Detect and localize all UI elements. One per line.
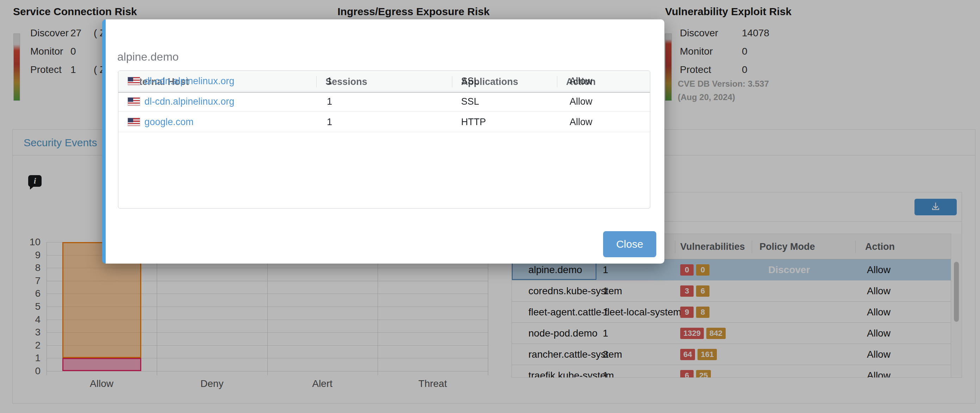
us-flag-icon bbox=[127, 97, 140, 106]
external-host-link[interactable]: google.com bbox=[145, 112, 194, 132]
external-host-table-body: dl-cdn.alpinelinux.org 1 SSL Allow dl-cd… bbox=[118, 71, 650, 132]
action-value: Allow bbox=[570, 71, 592, 91]
us-flag-icon bbox=[127, 118, 140, 126]
external-host-link[interactable]: dl-cdn.alpinelinux.org bbox=[145, 71, 234, 91]
external-host-row: dl-cdn.alpinelinux.org 1 SSL Allow bbox=[118, 71, 650, 91]
applications-value: SSL bbox=[461, 71, 479, 91]
us-flag-icon bbox=[127, 77, 140, 85]
external-host-cell: dl-cdn.alpinelinux.org bbox=[127, 71, 234, 91]
action-value: Allow bbox=[570, 112, 592, 132]
sessions-value: 1 bbox=[327, 71, 332, 91]
close-button[interactable]: Close bbox=[603, 231, 656, 257]
external-host-cell: dl-cdn.alpinelinux.org bbox=[127, 91, 234, 112]
external-host-row: google.com 1 HTTP Allow bbox=[118, 112, 650, 132]
external-host-table: External Host Sessions Applications Acti… bbox=[118, 70, 650, 209]
sessions-value: 1 bbox=[327, 112, 332, 132]
external-host-cell: google.com bbox=[127, 112, 194, 132]
applications-value: HTTP bbox=[461, 112, 486, 132]
sessions-value: 1 bbox=[327, 91, 332, 112]
external-host-modal: alpine.demo External Host Sessions Appli… bbox=[102, 19, 664, 263]
action-value: Allow bbox=[570, 91, 592, 112]
external-host-row: dl-cdn.alpinelinux.org 1 SSL Allow bbox=[118, 91, 650, 112]
external-host-link[interactable]: dl-cdn.alpinelinux.org bbox=[145, 91, 234, 112]
applications-value: SSL bbox=[461, 91, 479, 112]
modal-title: alpine.demo bbox=[117, 50, 178, 64]
